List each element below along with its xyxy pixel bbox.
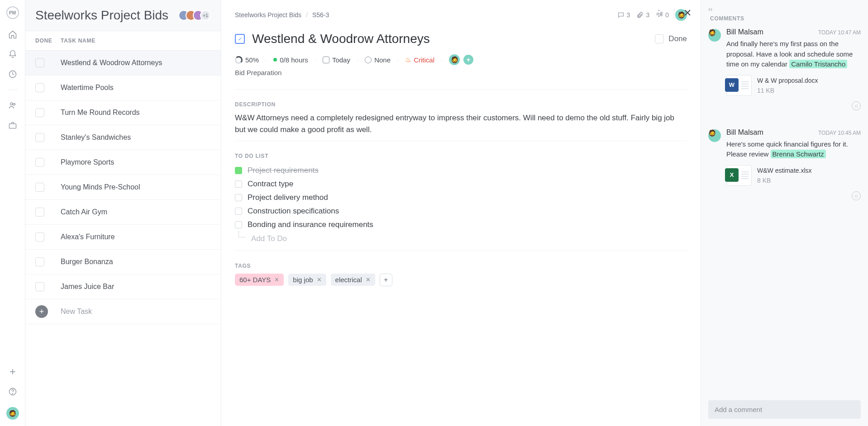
todo-label: Contract type xyxy=(248,180,293,189)
svg-point-1 xyxy=(10,103,13,105)
task-detail-panel: ⋮ ✕ Steelworks Project Bids / S56-3 3 3 … xyxy=(221,0,701,426)
priority-meta[interactable]: ♨Critical xyxy=(405,56,434,64)
mention[interactable]: Brenna Schwartz xyxy=(771,150,826,158)
todo-label: Construction specifications xyxy=(248,207,339,216)
tag-remove-icon[interactable]: ✕ xyxy=(317,276,322,283)
todo-checkbox[interactable] xyxy=(235,180,242,188)
date-meta[interactable]: Today xyxy=(323,56,350,64)
task-done-checkbox[interactable] xyxy=(35,108,44,117)
detail-breadcrumb-row: Steelworks Project Bids / S56-3 3 3 0 🧔 xyxy=(221,0,701,21)
task-done-checkbox[interactable] xyxy=(35,208,44,217)
mention[interactable]: Camilo Tristancho xyxy=(789,60,847,68)
react-icon[interactable]: ☺ xyxy=(852,101,861,110)
assignee-avatar[interactable]: 🧔 xyxy=(449,54,460,65)
todo-label: Bonding and insurance requirements xyxy=(248,220,373,229)
todo-item[interactable]: Construction specifications xyxy=(235,204,687,218)
todo-item[interactable]: Project requirements xyxy=(235,164,687,177)
collapse-comments-icon[interactable]: ›› xyxy=(701,0,868,13)
todo-label: Project requirements xyxy=(248,166,319,175)
file-size: 8 KB xyxy=(757,177,812,184)
collaborator-stack[interactable]: +1 xyxy=(182,10,211,21)
task-rows: Westlend & Woodrow AttorneysWatertime Po… xyxy=(25,51,221,426)
tag-remove-icon[interactable]: ✕ xyxy=(274,276,279,283)
comments-count[interactable]: 3 xyxy=(617,11,630,19)
progress-meta[interactable]: 50% xyxy=(235,56,259,64)
todo-checkbox[interactable] xyxy=(235,167,242,174)
close-icon[interactable]: ✕ xyxy=(674,7,692,19)
task-row[interactable]: Stanley's Sandwiches xyxy=(25,125,221,150)
home-icon[interactable] xyxy=(8,30,17,39)
bell-icon[interactable] xyxy=(8,50,17,59)
task-done-checkbox[interactable] xyxy=(35,282,44,291)
calendar-icon xyxy=(323,57,329,63)
todo-item[interactable]: Bonding and insurance requirements xyxy=(235,218,687,232)
new-task-row[interactable]: +New Task xyxy=(25,299,221,324)
file-icon: X xyxy=(726,165,752,186)
comment: 🧔Bill MalsamTODAY 10:45 AMHere's some qu… xyxy=(708,128,861,200)
attachments-count[interactable]: 3 xyxy=(636,11,649,19)
task-done-checkbox[interactable] xyxy=(35,133,44,142)
tag[interactable]: 60+ DAYS✕ xyxy=(235,274,284,286)
svg-rect-3 xyxy=(9,124,16,128)
task-done-checkbox[interactable] xyxy=(35,83,44,92)
task-name: Stanley's Sandwiches xyxy=(61,133,131,142)
add-comment-input[interactable]: Add a comment xyxy=(708,400,861,419)
comment-body: And finally here's my first pass on the … xyxy=(726,39,861,70)
file-name: W&W estimate.xlsx xyxy=(757,167,812,174)
collaborator-more[interactable]: +1 xyxy=(200,10,211,21)
add-tag-button[interactable]: + xyxy=(380,274,392,286)
task-done-checkbox[interactable] xyxy=(35,58,44,67)
task-row[interactable]: Turn Me Round Records xyxy=(25,100,221,125)
task-name: Westlend & Woodrow Attorneys xyxy=(61,59,162,67)
app-logo[interactable]: PM xyxy=(6,6,19,19)
task-name: Burger Bonanza xyxy=(61,258,113,266)
task-row[interactable]: James Juice Bar xyxy=(25,275,221,299)
comment-author: Bill Malsam xyxy=(726,128,818,137)
clock-icon[interactable] xyxy=(8,70,17,79)
todo-checkbox[interactable] xyxy=(235,221,242,228)
comment: 🧔Bill MalsamTODAY 10:47 AMAnd finally he… xyxy=(708,28,861,110)
task-name: Young Minds Pre-School xyxy=(61,183,140,191)
todo-item[interactable]: Project delivery method xyxy=(235,191,687,204)
task-done-checkbox[interactable] xyxy=(35,257,44,266)
user-avatar[interactable]: 🧔 xyxy=(6,407,19,420)
tag-label: electrical xyxy=(335,276,362,284)
task-title[interactable]: Westlend & Woodrow Attorneys xyxy=(252,32,648,46)
react-icon[interactable]: ☺ xyxy=(852,191,861,200)
task-row[interactable]: Westlend & Woodrow Attorneys xyxy=(25,51,221,76)
add-assignee-button[interactable]: + xyxy=(463,55,473,65)
todo-checkbox[interactable] xyxy=(235,194,242,201)
task-done-checkbox[interactable] xyxy=(35,183,44,192)
task-row[interactable]: Young Minds Pre-School xyxy=(25,175,221,200)
plus-icon[interactable] xyxy=(8,367,17,376)
add-todo-input[interactable]: Add To Do xyxy=(235,232,687,246)
todo-label: TO DO LIST xyxy=(235,141,687,164)
task-row[interactable]: Playmore Sports xyxy=(25,150,221,175)
breadcrumb-project[interactable]: Steelworks Project Bids xyxy=(235,11,301,19)
task-row[interactable]: Burger Bonanza xyxy=(25,250,221,275)
todo-checkbox[interactable] xyxy=(235,208,242,215)
people-icon[interactable] xyxy=(8,101,17,110)
done-toggle[interactable]: Done xyxy=(655,34,687,43)
task-row[interactable]: Alexa's Furniture xyxy=(25,225,221,250)
tag[interactable]: big job✕ xyxy=(288,274,326,286)
repeat-meta[interactable]: None xyxy=(365,56,391,64)
task-category: Bid Preparation xyxy=(221,67,701,85)
task-description[interactable]: W&W Attorneys need a completely redesign… xyxy=(235,112,687,136)
tag-remove-icon[interactable]: ✕ xyxy=(366,276,371,283)
help-icon[interactable] xyxy=(8,387,17,396)
task-row[interactable]: Watertime Pools xyxy=(25,76,221,100)
todo-item[interactable]: Contract type xyxy=(235,177,687,191)
project-title: Steelworks Project Bids xyxy=(35,8,176,23)
more-menu-icon[interactable]: ⋮ xyxy=(655,8,664,18)
done-checkbox[interactable] xyxy=(655,34,664,43)
task-done-checkbox[interactable] xyxy=(35,232,44,241)
task-done-checkbox[interactable] xyxy=(35,158,44,167)
description-label: DESCRIPTION xyxy=(235,89,687,112)
tag[interactable]: electrical✕ xyxy=(331,274,375,286)
hours-meta[interactable]: 0/8 hours xyxy=(273,56,308,64)
attachment[interactable]: WW & W proposal.docx11 KB xyxy=(726,75,861,96)
attachment[interactable]: XW&W estimate.xlsx8 KB xyxy=(726,165,861,186)
task-row[interactable]: Catch Air Gym xyxy=(25,200,221,225)
briefcase-icon[interactable] xyxy=(8,121,17,130)
